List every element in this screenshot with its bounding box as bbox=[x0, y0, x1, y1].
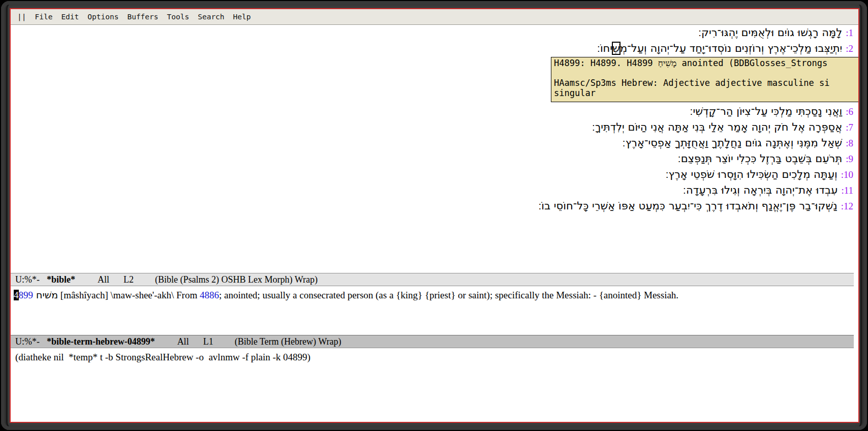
verse-number: 8: bbox=[846, 138, 853, 148]
verse-text[interactable]: יחוֹ׃ bbox=[597, 42, 612, 54]
verse-text[interactable]: נַשְּׁקוּ־בַר פֶּן־יֶאֱנַף וְתֹאבְדוּ דֶ… bbox=[538, 200, 838, 212]
text-cursor-hollow: שִׁ bbox=[612, 42, 620, 54]
verse-number: 7: bbox=[846, 122, 853, 133]
menu-file[interactable]: File bbox=[35, 13, 52, 21]
text-cursor-block: 4 bbox=[14, 290, 19, 300]
strongs-definition-line: 4899 משׁיח [mâshîyach] \maw-shee'-akh\ F… bbox=[14, 288, 854, 302]
modeline-modes[interactable]: (Bible Term (Hebrew) Wrap) bbox=[235, 336, 342, 347]
verse-row: 6:וַאֲנִי נָסַכְתִּי מַלְכִּי עַל־צִיּוֹ… bbox=[11, 104, 858, 119]
minibuffer-command: (diatheke nil *temp* t -b StrongsRealHeb… bbox=[15, 352, 311, 362]
definition-text: [mâshîyach] \maw-shee'-akh\ From bbox=[58, 290, 200, 300]
menu-search[interactable]: Search bbox=[198, 13, 224, 21]
verse-row: 1:לָמָּה רָגְשׁוּ גוֹיִם וּלְאֻמִּים יֶה… bbox=[11, 25, 858, 41]
verse-number: 12: bbox=[841, 201, 853, 211]
menu-bar: || File Edit Options Buffers Tools Searc… bbox=[11, 9, 858, 25]
verse-text[interactable]: לָמָּה רָגְשׁוּ גוֹיִם וּלְאֻמִּים יֶהְג… bbox=[698, 26, 842, 39]
verse-number: 2: bbox=[846, 43, 853, 54]
verse-text[interactable]: עִבְדוּ אֶת־יְהוָה בְּיִרְאָה וְגִילוּ ב… bbox=[683, 184, 838, 196]
verse-text[interactable]: יִתְיַצְּבוּ מַלְכֵי־אֶרֶץ וְרוֹזְנִים נ… bbox=[620, 42, 842, 54]
strongs-definition-buffer: 4899 משׁיח [mâshîyach] \maw-shee'-akh\ F… bbox=[11, 286, 858, 335]
verse-row: 11:עִבְדוּ אֶת־יְהוָה בְּיִרְאָה וְגִילו… bbox=[11, 182, 858, 198]
verse-number: 10: bbox=[841, 169, 853, 180]
modeline-buffer-name[interactable]: *bible* bbox=[47, 274, 75, 285]
minibuffer[interactable]: (diatheke nil *temp* t -b StrongsRealHeb… bbox=[11, 348, 858, 422]
verse-number: 9: bbox=[846, 153, 853, 164]
menu-options[interactable]: Options bbox=[87, 13, 118, 21]
strongs-tooltip: H4899: H4899. H4899 מָשִׁיחַ anointed (B… bbox=[551, 57, 858, 102]
tooltip-line: H4899: H4899. H4899 מָשִׁיחַ anointed (B… bbox=[554, 58, 858, 69]
menu-bars-icon: || bbox=[17, 13, 26, 21]
strongs-link-4899[interactable]: 899 bbox=[19, 290, 34, 300]
modeline-buffer-name[interactable]: *bible-term-hebrew-04899* bbox=[47, 336, 155, 347]
verse-row: 9:תְּרֹעֵם בְּשֵׁבֶט בַּרְזֶל כִּכְלִי י… bbox=[11, 151, 858, 167]
definition-hebrew-word: משׁיח bbox=[33, 289, 58, 300]
modeline-position: All bbox=[177, 336, 189, 347]
modeline-bible-term[interactable]: U:%*- *bible-term-hebrew-04899* All L1 (… bbox=[11, 335, 854, 348]
emacs-frame: || File Edit Options Buffers Tools Searc… bbox=[10, 8, 859, 423]
menu-help[interactable]: Help bbox=[233, 13, 251, 21]
modeline-flags: U:%*- bbox=[15, 274, 40, 285]
definition-text: ; anointed; usually a consecrated person… bbox=[219, 290, 678, 300]
modeline-modes[interactable]: (Bible (Psalms 2) OSHB Lex Morph) Wrap) bbox=[155, 274, 318, 285]
verse-text[interactable]: שְׁאַל מִמֶּנִּי וְאֶתְּנָה גוֹיִם נַחֲל… bbox=[623, 137, 843, 149]
verse-text[interactable]: וַאֲנִי נָסַכְתִּי מַלְכִּי עַל־צִיּוֹן … bbox=[690, 105, 842, 117]
verse-number: 6: bbox=[846, 106, 853, 117]
tooltip-line: HAamsc/Sp3ms Hebrew: Adjective adjective… bbox=[554, 78, 858, 88]
modeline-line: L1 bbox=[203, 336, 213, 347]
verse-number: 1: bbox=[846, 27, 853, 38]
modeline-flags: U:%*- bbox=[15, 336, 40, 347]
verse-row: 7:אֲסַפְּרָה אֶל חֹק יְהוָה אָמַר אֵלַי … bbox=[11, 119, 858, 135]
menu-tools[interactable]: Tools bbox=[167, 13, 190, 21]
verse-row: 10:וְעַתָּה מְלָכִים הַשְׂכִּילוּ הִוָּס… bbox=[11, 167, 858, 182]
modeline-position: All bbox=[98, 274, 109, 285]
verse-row: 12:נַשְּׁקוּ־בַר פֶּן־יֶאֱנַף וְתֹאבְדוּ… bbox=[11, 198, 858, 214]
bible-buffer: 1:לָמָּה רָגְשׁוּ גוֹיִם וּלְאֻמִּים יֶה… bbox=[11, 25, 858, 273]
verse-text[interactable]: וְעַתָּה מְלָכִים הַשְׂכִּילוּ הִוָּסְרו… bbox=[665, 168, 837, 180]
verse-text[interactable]: תְּרֹעֵם בְּשֵׁבֶט בַּרְזֶל כִּכְלִי יוֹ… bbox=[677, 152, 842, 165]
verse-row: 8:שְׁאַל מִמֶּנִּי וְאֶתְּנָה גוֹיִם נַח… bbox=[11, 135, 858, 151]
verse-number: 11: bbox=[841, 185, 853, 196]
menu-edit[interactable]: Edit bbox=[61, 13, 79, 21]
tooltip-line: singular bbox=[554, 88, 858, 99]
modeline-bible[interactable]: U:%*- *bible* All L2 (Bible (Psalms 2) O… bbox=[11, 273, 854, 286]
verse-text[interactable]: אֲסַפְּרָה אֶל חֹק יְהוָה אָמַר אֵלַי בְ… bbox=[592, 121, 842, 133]
menu-buffers[interactable]: Buffers bbox=[127, 13, 158, 21]
tooltip-line bbox=[554, 69, 858, 79]
modeline-line: L2 bbox=[123, 274, 134, 285]
verse-row: 2:יִתְיַצְּבוּ מַלְכֵי־אֶרֶץ וְרוֹזְנִים… bbox=[11, 41, 858, 56]
strongs-link-4886[interactable]: 4886 bbox=[200, 290, 219, 300]
